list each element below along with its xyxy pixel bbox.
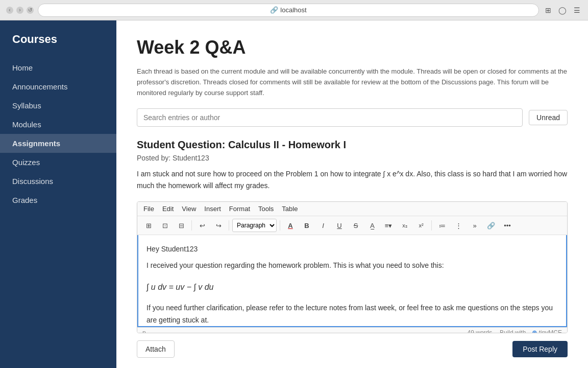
toolbar-align[interactable]: ≡▾ [381,218,396,233]
sidebar: Courses Home Announcements Syllabus Modu… [0,20,116,368]
thread-posted-by: Posted by: Student123 [137,154,568,162]
tinymce-brand: 49 words Build with ⊛ tinyMCE [468,329,562,333]
toolbar-bold[interactable]: B [300,218,314,233]
browser-bar: ‹ › ↺ 🔗 localhost ⊞ ◯ ☰ [0,0,588,20]
reload-button[interactable]: ↺ [27,7,34,14]
editor-formula: ∫ u dv = uv − ∫ v du [146,278,558,296]
editor-menubar: File Edit View Insert Format Tools Table [137,202,567,216]
page-title: Week 2 Q&A [137,37,568,58]
editor-greeting: Hey Student123 [146,243,558,256]
menu-icon[interactable]: ☰ [572,5,582,15]
search-row: Unread [137,108,568,127]
forward-button[interactable]: › [16,7,23,14]
word-count: 49 words [468,329,493,333]
toolbar-undo[interactable]: ↩ [195,218,209,233]
menu-file[interactable]: File [143,205,154,213]
toolbar-link[interactable]: 🔗 [484,218,498,233]
sidebar-item-home[interactable]: Home [0,58,116,77]
toolbar-italic[interactable]: I [316,218,330,233]
toolbar-divider-4 [431,220,432,231]
toolbar-strikethrough[interactable]: S [349,218,363,233]
toolbar-grid-view[interactable]: ⊞ [141,218,156,233]
editor-toolbar: ⊞ ⊡ ⊟ ↩ ↪ Paragraph A B I U S A̲ ≡▾ x₂ x… [137,216,567,235]
menu-format[interactable]: Format [229,205,250,213]
sidebar-item-modules[interactable]: Modules [0,115,116,134]
menu-edit[interactable]: Edit [162,205,174,213]
sidebar-item-announcements[interactable]: Announcements [0,77,116,96]
toolbar-highlight[interactable]: A̲ [365,218,379,233]
tinymce-name: tinyMCE [539,329,562,333]
url-text: localhost [280,6,306,14]
footer-row: Attach Post Reply [137,333,568,368]
sidebar-item-syllabus[interactable]: Syllabus [0,96,116,115]
sidebar-item-assignments[interactable]: Assignments [0,134,116,153]
url-bar[interactable]: 🔗 localhost [38,4,539,17]
toolbar-template[interactable]: ⊡ [158,218,172,233]
thread-title: Student Question: Calculus II - Homework… [137,139,568,151]
sidebar-nav: Home Announcements Syllabus Modules Assi… [0,58,116,210]
toolbar-underline[interactable]: U [332,218,347,233]
editor-body[interactable]: Hey Student123 I received your question … [137,235,567,327]
profile-icon[interactable]: ◯ [557,5,568,15]
editor-clarification: If you need further clarification, pleas… [146,302,558,327]
page-description: Each thread is based on the current modu… [137,66,568,98]
toolbar-indent[interactable]: » [468,218,482,233]
tinymce-logo: ⊛ [532,329,537,333]
toolbar-divider-1 [191,220,192,231]
toolbar-subscript[interactable]: x₂ [398,218,412,233]
menu-table[interactable]: Table [282,205,298,213]
sidebar-item-quizzes[interactable]: Quizzes [0,153,116,172]
menu-view[interactable]: View [182,205,196,213]
toolbar-font-color[interactable]: A [283,218,298,233]
toolbar-divider-3 [280,220,280,231]
link-icon: 🔗 [270,6,278,14]
attach-button[interactable]: Attach [137,340,175,358]
unread-button[interactable]: Unread [529,110,568,125]
back-button[interactable]: ‹ [6,7,13,14]
build-with-label: Build with [500,329,526,333]
toolbar-redo[interactable]: ↪ [211,218,226,233]
menu-insert[interactable]: Insert [204,205,221,213]
toolbar-divider-2 [229,220,229,231]
browser-right-controls: ⊞ ◯ ☰ [543,5,582,15]
editor-received: I received your question regarding the h… [146,260,558,272]
editor-status-bar: p 49 words Build with ⊛ tinyMCE [137,327,567,333]
toolbar-layout[interactable]: ⊟ [174,218,188,233]
browser-controls: ‹ › ↺ [6,7,34,14]
paragraph-select[interactable]: Paragraph [232,219,277,232]
thread-body: I am stuck and not sure how to proceed o… [137,168,568,191]
sidebar-item-discussions[interactable]: Discussions [0,172,116,191]
post-reply-button[interactable]: Post Reply [512,341,568,357]
main-content: Week 2 Q&A Each thread is based on the c… [116,20,588,368]
search-input[interactable] [137,108,523,127]
sidebar-title: Courses [0,33,116,58]
menu-tools[interactable]: Tools [258,205,274,213]
extensions-icon[interactable]: ⊞ [543,5,553,15]
toolbar-more[interactable]: ••• [500,218,514,233]
editor-path: p [142,329,146,333]
toolbar-numbered-list[interactable]: ⋮ [451,218,465,233]
sidebar-item-grades[interactable]: Grades [0,191,116,210]
toolbar-superscript[interactable]: x² [414,218,428,233]
toolbar-bullet-list[interactable]: ≔ [435,218,449,233]
editor-container: File Edit View Insert Format Tools Table… [137,201,568,333]
